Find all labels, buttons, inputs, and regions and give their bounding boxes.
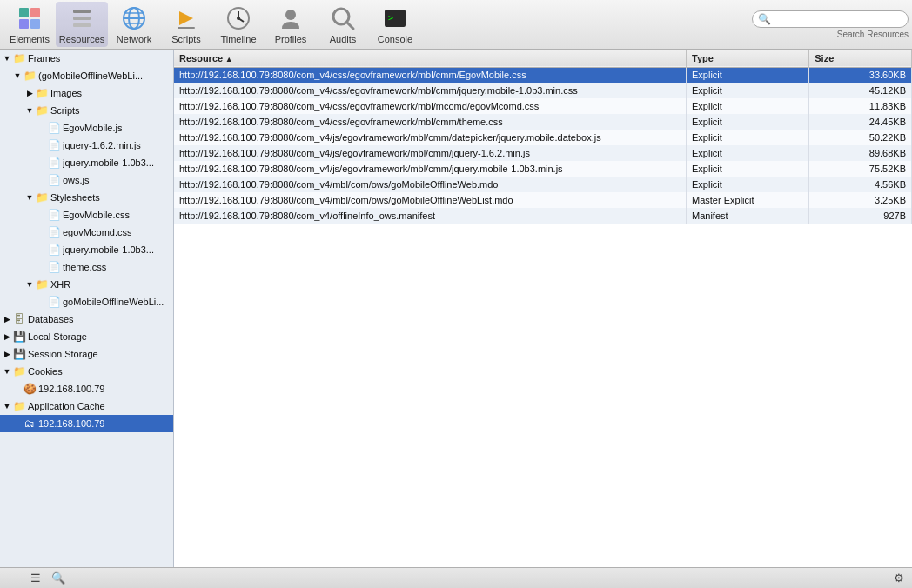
table-row[interactable]: http://192.168.100.79:8080/com_v4/js/ego…	[174, 161, 912, 177]
sidebar-item-egovmobile-css[interactable]: 📄 EgovMobile.css	[0, 206, 173, 224]
ows-js-label: ows.js	[63, 175, 90, 185]
svg-rect-13	[178, 27, 195, 29]
elements-icon	[16, 4, 44, 32]
jquerymobile-js-label: jquery.mobile-1.0b3...	[63, 157, 154, 168]
svg-rect-4	[73, 10, 91, 13]
size-cell: 4.56KB	[809, 177, 912, 192]
gomobile-label: (goMobileOfflineWebLi...	[38, 70, 143, 81]
sidebar-item-gomobile[interactable]: ▼ 📁 (goMobileOfflineWebLi...	[0, 67, 173, 84]
bottom-bar: − ☰ 🔍 ⚙	[0, 567, 912, 588]
svg-rect-2	[19, 19, 29, 29]
sidebar-item-egovmcomd-css[interactable]: 📄 egovMcomd.css	[0, 224, 173, 241]
col-size-header[interactable]: Size	[809, 50, 912, 67]
resource-cell: http://192.168.100.79:8080/com_v4/js/ego…	[174, 161, 687, 177]
sidebar-item-theme-css[interactable]: 📄 theme.css	[0, 258, 173, 276]
sidebar-item-jquery-js[interactable]: 📄 jquery-1.6.2.min.js	[0, 137, 173, 154]
col-type-header[interactable]: Type	[687, 50, 809, 67]
gomobile-xhr-label: goMobileOfflineWebLi...	[63, 297, 164, 307]
table-row[interactable]: http://192.168.100.79:8080/com_v4/mbl/co…	[174, 192, 912, 208]
resource-cell: http://192.168.100.79:8080/com_v4/mbl/co…	[174, 192, 687, 208]
table-row[interactable]: http://192.168.100.79:8080/com_v4/js/ego…	[174, 145, 912, 161]
toolbar-profiles[interactable]: Profiles	[265, 2, 317, 47]
search-bottom-icon[interactable]: 🔍	[50, 571, 66, 586]
sidebar-item-local-storage[interactable]: ▶ 💾 Local Storage	[0, 328, 173, 345]
table-header: Resource Type Size	[174, 50, 912, 67]
profiles-icon	[277, 4, 305, 32]
sidebar-item-cache-ip[interactable]: 🗂 192.168.100.79	[0, 415, 173, 432]
search-input[interactable]	[775, 14, 902, 24]
svg-marker-12	[179, 11, 193, 25]
sidebar-item-jquerymobile-js[interactable]: 📄 jquery.mobile-1.0b3...	[0, 154, 173, 171]
images-label: Images	[50, 88, 82, 98]
theme-css-label: theme.css	[63, 262, 106, 272]
search-hint: Search Resources	[837, 30, 909, 39]
table-row[interactable]: http://192.168.100.79:8080/com_v4/offlin…	[174, 208, 912, 224]
sidebar-item-ows-js[interactable]: 📄 ows.js	[0, 171, 173, 189]
minus-icon[interactable]: −	[5, 571, 21, 586]
toolbar-audits[interactable]: Audits	[317, 2, 369, 47]
type-cell: Manifest	[687, 208, 809, 224]
table-scroll-area[interactable]: Resource Type Size http://192.168.100.79…	[174, 50, 912, 567]
sidebar-item-xhr[interactable]: ▼ 📁 XHR	[0, 276, 173, 293]
egovmcomd-css-icon: 📄	[47, 225, 61, 239]
gomobile-arrow: ▼	[12, 70, 23, 81]
table-row[interactable]: http://192.168.100.79:8080/com_v4/css/eg…	[174, 83, 912, 98]
table-row[interactable]: http://192.168.100.79:8080/com_v4/js/ego…	[174, 130, 912, 145]
scripts-arrow: ▼	[24, 105, 35, 116]
sidebar-item-gomobile-xhr[interactable]: 📄 goMobileOfflineWebLi...	[0, 293, 173, 311]
table-row[interactable]: http://192.168.100.79:8080/com_v4/css/eg…	[174, 98, 912, 114]
resources-icon	[68, 4, 96, 32]
table-row[interactable]: http://192.168.100.79:8080/com_v4/mbl/co…	[174, 177, 912, 192]
scripts-icon	[172, 4, 200, 32]
sidebar-item-app-cache[interactable]: ▼ 📁 Application Cache	[0, 398, 173, 415]
sidebar-item-scripts[interactable]: ▼ 📁 Scripts	[0, 102, 173, 119]
type-cell: Master Explicit	[687, 192, 809, 208]
session-storage-label: Session Storage	[28, 349, 98, 359]
gomobile-folder-icon: 📁	[23, 69, 37, 83]
toolbar-timeline[interactable]: Timeline	[212, 2, 265, 47]
toolbar-scripts[interactable]: Scripts	[160, 2, 212, 47]
sidebar-item-databases[interactable]: ▶ 🗄 Databases	[0, 311, 173, 328]
scripts-label: Scripts	[50, 105, 80, 116]
search-box[interactable]: 🔍	[752, 10, 909, 28]
sidebar-item-egovmobile-js[interactable]: 📄 EgovMobile.js	[0, 119, 173, 137]
sidebar-item-images[interactable]: ▶ 📁 Images	[0, 84, 173, 102]
type-cell: Explicit	[687, 145, 809, 161]
col-resource-header[interactable]: Resource	[174, 50, 687, 67]
images-arrow: ▶	[24, 88, 35, 98]
stylesheets-folder-icon: 📁	[35, 190, 49, 204]
table-row[interactable]: http://192.168.100.79:8080/com_v4/css/eg…	[174, 114, 912, 130]
local-storage-icon: 💾	[12, 330, 26, 344]
svg-point-18	[285, 10, 296, 20]
frames-arrow: ▼	[2, 53, 12, 63]
gear-icon[interactable]: ⚙	[891, 571, 907, 586]
toolbar-resources-label: Resources	[59, 34, 105, 44]
content-area: Resource Type Size http://192.168.100.79…	[174, 50, 912, 567]
console-icon: >_	[381, 4, 409, 32]
list-icon[interactable]: ☰	[28, 571, 44, 586]
databases-label: Databases	[28, 314, 74, 324]
svg-rect-3	[30, 19, 40, 29]
sidebar-item-cookies-ip[interactable]: 🍪 192.168.100.79	[0, 380, 173, 398]
jquery-js-label: jquery-1.6.2.min.js	[63, 140, 141, 150]
sidebar-item-frames[interactable]: ▼ 📁 Frames	[0, 50, 173, 67]
toolbar-profiles-label: Profiles	[275, 34, 307, 44]
toolbar-resources[interactable]: Resources	[56, 2, 108, 47]
type-cell: Explicit	[687, 83, 809, 98]
main-area: ▼ 📁 Frames ▼ 📁 (goMobileOfflineWebLi... …	[0, 50, 912, 567]
svg-rect-5	[73, 17, 91, 20]
images-folder-icon: 📁	[35, 86, 49, 100]
sidebar-item-stylesheets[interactable]: ▼ 📁 Stylesheets	[0, 189, 173, 206]
toolbar-elements[interactable]: Elements	[3, 2, 56, 47]
sidebar-item-session-storage[interactable]: ▶ 💾 Session Storage	[0, 345, 173, 363]
toolbar-console-label: Console	[378, 34, 412, 44]
sidebar-item-jquerymobile-css[interactable]: 📄 jquery.mobile-1.0b3...	[0, 241, 173, 258]
resource-cell: http://192.168.100.79:8080/com_v4/offlin…	[174, 208, 687, 224]
table-row[interactable]: http://192.168.100.79:8080/com_v4/css/eg…	[174, 67, 912, 83]
sidebar-item-cookies[interactable]: ▼ 📁 Cookies	[0, 363, 173, 380]
toolbar-network[interactable]: Network	[108, 2, 160, 47]
toolbar-console[interactable]: >_ Console	[369, 2, 421, 47]
svg-text:>_: >_	[388, 13, 399, 23]
svg-rect-1	[30, 8, 40, 17]
size-cell: 75.52KB	[809, 161, 912, 177]
